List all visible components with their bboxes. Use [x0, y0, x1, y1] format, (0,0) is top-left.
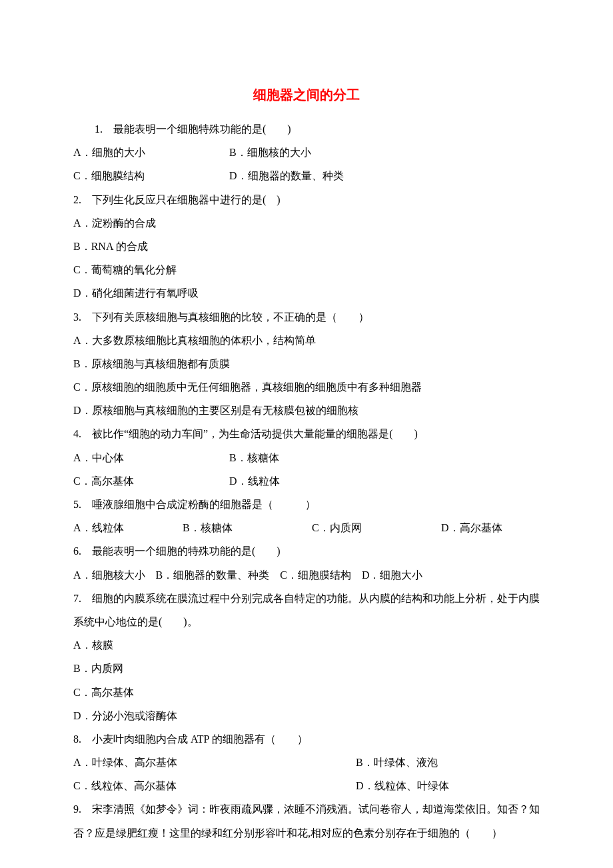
- q4-stem: 4. 被比作“细胞的动力车间”，为生命活动提供大量能量的细胞器是( ): [73, 422, 540, 445]
- q1-options-row1: A．细胞的大小 B．细胞核的大小: [73, 141, 540, 164]
- q7-option-a: A．核膜: [73, 633, 540, 657]
- q7-option-d: D．分泌小泡或溶酶体: [73, 704, 540, 727]
- q2-stem: 2. 下列生化反应只在细胞器中进行的是( ): [73, 188, 540, 211]
- q1-option-d: D．细胞器的数量、种类: [229, 164, 344, 187]
- q8-options-row1: A．叶绿体、高尔基体 B．叶绿体、液泡: [73, 751, 540, 774]
- q1-option-b: B．细胞核的大小: [229, 141, 311, 164]
- q1-options-row2: C．细胞膜结构 D．细胞器的数量、种类: [73, 164, 540, 187]
- q8-options-row2: C．线粒体、高尔基体 D．线粒体、叶绿体: [73, 774, 540, 797]
- q8-option-a: A．叶绿体、高尔基体: [73, 751, 353, 774]
- q3-stem: 3. 下列有关原核细胞与真核细胞的比较，不正确的是（ ）: [73, 305, 540, 329]
- q5-option-c: C．内质网: [312, 516, 438, 539]
- q6-stem: 6. 最能表明一个细胞的特殊功能的是( ): [73, 539, 540, 563]
- q9-stem: 9. 宋李清照《如梦令》词：昨夜雨疏风骤，浓睡不消残酒。试问卷帘人，却道海棠依旧…: [73, 797, 540, 844]
- q8-stem: 8. 小麦叶肉细胞内合成 ATP 的细胞器有（ ）: [73, 727, 540, 751]
- q5-option-b: B．核糖体: [183, 516, 309, 539]
- q3-option-c: C．原核细胞的细胞质中无任何细胞器，真核细胞的细胞质中有多种细胞器: [73, 375, 540, 399]
- q8-option-d: D．线粒体、叶绿体: [356, 774, 449, 797]
- q2-option-b: B．RNA 的合成: [73, 235, 540, 258]
- q7-option-b: B．内质网: [73, 657, 540, 680]
- q5-option-a: A．线粒体: [73, 516, 180, 539]
- q4-options-row2: C．高尔基体 D．线粒体: [73, 469, 540, 493]
- q1-option-a: A．细胞的大小: [73, 141, 227, 164]
- document-page: 细胞器之间的分工 1. 最能表明一个细胞特殊功能的是( ) A．细胞的大小 B．…: [0, 0, 613, 868]
- q1-option-c: C．细胞膜结构: [73, 164, 227, 187]
- q4-option-b: B．核糖体: [229, 446, 279, 469]
- q2-option-c: C．葡萄糖的氧化分解: [73, 258, 540, 281]
- q2-option-d: D．硝化细菌进行有氧呼吸: [73, 281, 540, 305]
- q8-option-c: C．线粒体、高尔基体: [73, 774, 353, 797]
- q3-option-d: D．原核细胞与真核细胞的主要区别是有无核膜包被的细胞核: [73, 399, 540, 422]
- q7-stem: 7. 细胞的内膜系统在膜流过程中分别完成各自特定的功能。从内膜的结构和功能上分析…: [73, 587, 540, 633]
- q4-option-c: C．高尔基体: [73, 469, 227, 493]
- q4-option-a: A．中心体: [73, 446, 227, 469]
- q3-option-a: A．大多数原核细胞比真核细胞的体积小，结构简单: [73, 329, 540, 352]
- q3-option-b: B．原核细胞与真核细胞都有质膜: [73, 352, 540, 375]
- q4-options-row1: A．中心体 B．核糖体: [73, 446, 540, 469]
- q5-option-d: D．高尔基体: [441, 516, 502, 539]
- q5-stem: 5. 唾液腺细胞中合成淀粉酶的细胞器是（ ）: [73, 493, 540, 516]
- q8-option-b: B．叶绿体、液泡: [356, 751, 438, 774]
- q2-option-a: A．淀粉酶的合成: [73, 211, 540, 235]
- q4-option-d: D．线粒体: [229, 469, 280, 493]
- page-title: 细胞器之间的分工: [73, 80, 540, 109]
- q1-stem: 1. 最能表明一个细胞特殊功能的是( ): [73, 117, 540, 141]
- q7-option-c: C．高尔基体: [73, 681, 540, 704]
- q6-options: A．细胞核大小 B．细胞器的数量、种类 C．细胞膜结构 D．细胞大小: [73, 563, 540, 587]
- q5-options-row: A．线粒体 B．核糖体 C．内质网 D．高尔基体: [73, 516, 540, 539]
